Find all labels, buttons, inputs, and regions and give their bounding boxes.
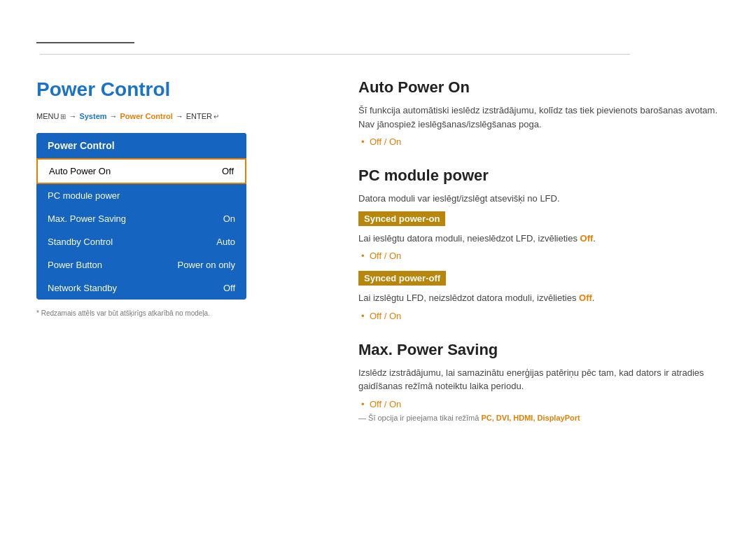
menu-item-value-auto-power-on: Off bbox=[222, 166, 234, 176]
menu-item-label-auto-power-on: Auto Power On bbox=[49, 166, 111, 176]
left-panel: Power Control MENU ⊞ → System → Power Co… bbox=[36, 73, 274, 442]
menu-item-value-network-standby: Off bbox=[223, 283, 235, 293]
menu-item-value-standby-control: Auto bbox=[216, 237, 235, 247]
menu-item-value-max-power-saving: On bbox=[223, 213, 235, 224]
section-desc-max-power-saving: Izslēdz izstrādājumu, lai samazinātu ene… bbox=[358, 366, 728, 393]
menu-item-power-button[interactable]: Power Button Power on only bbox=[36, 253, 246, 276]
synced-off-desc: Lai izslēgtu LFD, neizslēdzot datora mod… bbox=[358, 291, 728, 305]
menu-box: Power Control Auto Power On Off PC modul… bbox=[36, 133, 246, 300]
enter-label: ENTER bbox=[186, 112, 212, 120]
menu-icon: ⊞ bbox=[60, 113, 66, 120]
bullet-synced-off: Off / On bbox=[370, 311, 728, 321]
section-title-max-power-saving: Max. Power Saving bbox=[358, 341, 728, 359]
menu-item-value-power-button: Power on only bbox=[178, 260, 235, 270]
section-title-auto-power-on: Auto Power On bbox=[358, 78, 728, 97]
menu-item-auto-power-on[interactable]: Auto Power On Off bbox=[36, 158, 246, 184]
menu-item-label-pc-module-power: PC module power bbox=[48, 190, 120, 201]
note-max-power-saving: ― Šī opcija ir pieejama tikai režīmā PC,… bbox=[358, 414, 728, 422]
section-title-pc-module-power: PC module power bbox=[358, 167, 728, 185]
menu-box-title: Power Control bbox=[36, 133, 246, 158]
right-panel: Auto Power On Šī funkcija automātiski ie… bbox=[274, 73, 728, 442]
synced-power-off-label: Synced power-off bbox=[358, 271, 446, 286]
bullet-auto-power-on: Off / On bbox=[370, 136, 728, 147]
menu-item-pc-module-power[interactable]: PC module power bbox=[36, 184, 246, 207]
synced-on-desc: Lai ieslēgtu datora moduli, neieslēdzot … bbox=[358, 232, 728, 246]
system-link[interactable]: System bbox=[79, 112, 106, 120]
menu-item-max-power-saving[interactable]: Max. Power Saving On bbox=[36, 207, 246, 230]
menu-item-standby-control[interactable]: Standby Control Auto bbox=[36, 230, 246, 253]
menu-item-network-standby[interactable]: Network Standby Off bbox=[36, 276, 246, 300]
synced-power-on-label: Synced power-on bbox=[358, 211, 445, 226]
menu-label: MENU bbox=[36, 112, 59, 120]
bullet-synced-on: Off / On bbox=[370, 251, 728, 261]
section-auto-power-on: Auto Power On Šī funkcija automātiski ie… bbox=[358, 78, 728, 147]
page-title: Power Control bbox=[36, 78, 274, 101]
section-max-power-saving: Max. Power Saving Izslēdz izstrādājumu, … bbox=[358, 341, 728, 422]
footnote: * Redzamais attēls var būt atšķirīgs atk… bbox=[36, 309, 274, 317]
menu-item-label-power-button: Power Button bbox=[48, 260, 102, 270]
menu-item-label-max-power-saving: Max. Power Saving bbox=[48, 213, 126, 224]
section-desc-auto-power-on: Šī funkcija automātiski ieslēdz izstrādā… bbox=[358, 104, 728, 131]
menu-path: MENU ⊞ → System → Power Control → ENTER … bbox=[36, 112, 274, 120]
section-pc-module-power: PC module power Datora moduli var ieslēg… bbox=[358, 167, 728, 321]
section-desc-pc-module-power: Datora moduli var ieslēgt/izslēgt atsevi… bbox=[358, 192, 728, 206]
highlight-modes: PC, DVI, HDMI, DisplayPort bbox=[481, 414, 580, 422]
menu-item-label-standby-control: Standby Control bbox=[48, 237, 113, 247]
menu-item-label-network-standby: Network Standby bbox=[48, 283, 117, 293]
enter-icon: ↵ bbox=[214, 113, 219, 120]
power-control-link[interactable]: Power Control bbox=[120, 112, 173, 120]
bullet-max-power-saving: Off / On bbox=[370, 399, 728, 409]
